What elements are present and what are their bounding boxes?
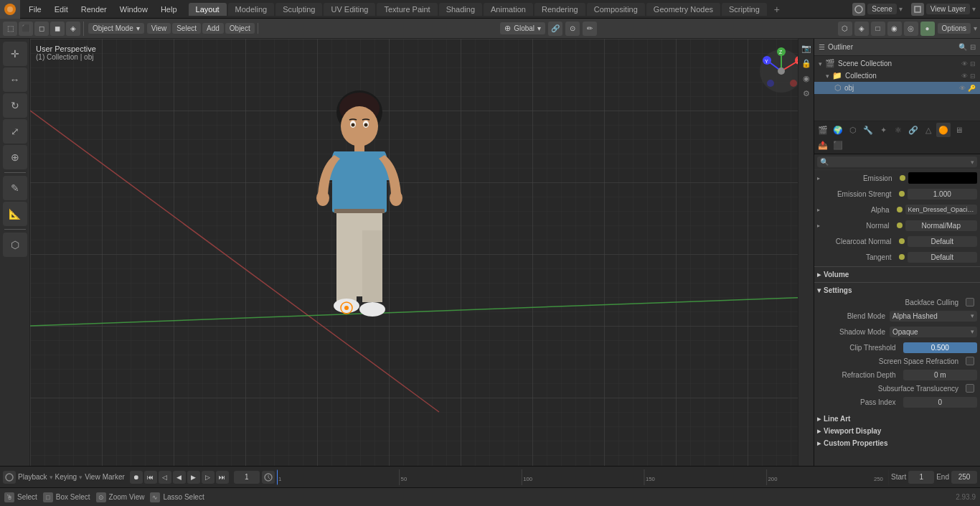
measure-tool[interactable]: 📐 xyxy=(3,202,27,226)
prop-tab-render[interactable]: 🖥 xyxy=(951,123,966,137)
select-mode5-icon[interactable]: ◈ xyxy=(66,22,80,36)
blend-mode-dropdown[interactable]: Alpha Hashed ▾ xyxy=(890,311,977,322)
line-art-section[interactable]: ▸ Line Art xyxy=(814,413,980,425)
record-button[interactable]: ⏺ xyxy=(130,471,143,484)
normal-value[interactable]: Normal/Map xyxy=(905,220,978,231)
outliner-obj[interactable]: ⬡ obj 👁 🔑 xyxy=(814,82,980,94)
timeline-ruler[interactable]: 1 50 100 150 200 250 xyxy=(277,469,889,485)
view-layer-selector[interactable]: View Layer xyxy=(926,4,970,14)
emission-strength-value[interactable]: 1.000 xyxy=(908,189,978,200)
viewport-settings-icon[interactable]: ⚙ xyxy=(800,87,813,100)
current-frame-display[interactable]: 1 xyxy=(234,471,260,484)
tab-uv-editing[interactable]: UV Editing xyxy=(324,3,375,16)
cursor-tool[interactable]: ✛ xyxy=(3,42,27,66)
end-frame-input[interactable]: 250 xyxy=(951,471,977,484)
grease-pencil-icon[interactable]: ✏ xyxy=(583,22,597,36)
alpha-value[interactable]: Ken_Dressed_Opacit... xyxy=(905,205,978,215)
tab-animation[interactable]: Animation xyxy=(484,3,533,16)
marker-menu[interactable]: Marker xyxy=(103,473,125,481)
scene-selector[interactable]: Scene xyxy=(867,4,896,14)
play-button[interactable]: ▶ xyxy=(187,471,200,484)
move-tool[interactable]: ↔ xyxy=(3,67,27,92)
viewport-display-section[interactable]: ▸ Viewport Display xyxy=(814,425,980,437)
normal-socket[interactable] xyxy=(897,222,903,228)
clip-threshold-value[interactable]: 0.500 xyxy=(903,342,978,353)
tab-modeling[interactable]: Modeling xyxy=(228,3,275,16)
alpha-socket[interactable] xyxy=(897,207,903,212)
playback-menu[interactable]: Playback xyxy=(18,473,47,481)
settings-section[interactable]: ▾ Settings xyxy=(814,284,980,296)
prop-tab-modifier[interactable]: 🔧 xyxy=(861,123,875,137)
menu-window[interactable]: Window xyxy=(114,4,154,15)
select-mode3-icon[interactable]: ◻ xyxy=(34,22,49,36)
backface-culling-checkbox[interactable] xyxy=(966,298,974,306)
snap-icon[interactable]: 🔗 xyxy=(548,22,562,36)
custom-properties-section[interactable]: ▸ Custom Properties xyxy=(814,437,980,449)
lock-camera-icon[interactable]: 🔒 xyxy=(800,57,813,70)
alpha-expand[interactable]: ▸ xyxy=(817,207,820,213)
tab-scripting[interactable]: Scripting xyxy=(722,3,767,16)
transform-tool[interactable]: ⊕ xyxy=(3,145,27,169)
time-code-icon[interactable] xyxy=(262,471,275,484)
outliner-collection[interactable]: ▾ 📁 Collection 👁 ⊟ xyxy=(814,70,980,82)
tab-compositing[interactable]: Compositing xyxy=(587,3,645,16)
select-mode4-icon[interactable]: ◼ xyxy=(50,22,65,36)
menu-file[interactable]: File xyxy=(23,4,47,15)
object-mode-select[interactable]: Object Mode ▾ xyxy=(88,23,144,34)
menu-help[interactable]: Help xyxy=(155,4,183,15)
jump-start-button[interactable]: ⏮ xyxy=(144,471,157,484)
shading-material-icon[interactable]: ◎ xyxy=(904,22,918,36)
play-reverse-button[interactable]: ◀ xyxy=(173,471,186,484)
clearcoat-value[interactable]: Default xyxy=(908,236,978,247)
prop-tab-scene[interactable]: 🎬 xyxy=(816,123,830,137)
transform-select[interactable]: ⊕ Global ▾ xyxy=(500,22,545,34)
tab-rendering[interactable]: Rendering xyxy=(534,3,585,16)
emission-strength-socket[interactable] xyxy=(899,191,905,197)
tab-texture-paint[interactable]: Texture Paint xyxy=(377,3,437,16)
search-input[interactable] xyxy=(829,158,971,166)
viewport[interactable]: User Perspective (1) Collection | obj X xyxy=(30,39,814,466)
viewport-overlay-icon[interactable]: ⬡ xyxy=(838,22,852,36)
select-mode-icon[interactable]: ⬚ xyxy=(3,22,17,36)
tangent-value[interactable]: Default xyxy=(908,252,978,263)
menu-render[interactable]: Render xyxy=(75,4,113,15)
view-menu[interactable]: View xyxy=(147,23,171,34)
outliner-filter-icon[interactable]: ⊟ xyxy=(970,43,976,51)
emission-color-swatch[interactable] xyxy=(908,172,978,184)
outliner-search-icon[interactable]: 🔍 xyxy=(958,43,967,51)
next-frame-button[interactable]: ▷ xyxy=(202,471,215,484)
keying-menu[interactable]: Keying xyxy=(55,473,77,481)
volume-section[interactable]: ▸ Volume xyxy=(814,268,980,281)
add-workspace-button[interactable]: + xyxy=(768,1,786,17)
object-menu[interactable]: Object xyxy=(225,23,255,34)
timeline-mode-icon[interactable] xyxy=(3,471,16,484)
tab-shading[interactable]: Shading xyxy=(439,3,482,16)
options-arrow[interactable]: ▾ xyxy=(974,24,977,32)
clearcoat-socket[interactable] xyxy=(899,238,905,244)
shading-solid-icon[interactable]: ◉ xyxy=(887,22,902,36)
scale-tool[interactable]: ⤢ xyxy=(3,119,27,144)
add-cube-tool[interactable]: ⬡ xyxy=(3,233,27,257)
refraction-depth-value[interactable]: 0 m xyxy=(903,370,978,380)
emission-expand[interactable]: ▸ xyxy=(817,175,820,182)
rotate-tool[interactable]: ↻ xyxy=(3,93,27,118)
prop-tab-object[interactable]: ⬡ xyxy=(846,123,860,137)
jump-end-button[interactable]: ⏭ xyxy=(216,471,229,484)
view-menu[interactable]: View xyxy=(85,473,100,481)
tab-geometry-nodes[interactable]: Geometry Nodes xyxy=(646,3,720,16)
ssr-checkbox[interactable] xyxy=(966,357,974,365)
shading-wire-icon[interactable]: □ xyxy=(871,22,885,36)
prev-frame-button[interactable]: ◁ xyxy=(159,471,171,484)
select-mode2-icon[interactable]: ⬛ xyxy=(19,22,33,36)
annotate-tool[interactable]: ✎ xyxy=(3,176,27,200)
shading-render-icon[interactable]: ● xyxy=(920,22,935,36)
prop-tab-world[interactable]: 🌍 xyxy=(831,123,845,137)
pass-index-value[interactable]: 0 xyxy=(903,397,978,408)
prop-tab-material[interactable]: 🟠 xyxy=(936,123,951,137)
prop-tab-view-layer[interactable]: ⬛ xyxy=(831,138,845,152)
shadow-mode-dropdown[interactable]: Opaque ▾ xyxy=(890,327,977,337)
emission-socket[interactable] xyxy=(900,175,905,181)
xray-icon[interactable]: ◈ xyxy=(854,22,869,36)
menu-edit[interactable]: Edit xyxy=(49,4,74,15)
proportional-icon[interactable]: ⊙ xyxy=(565,22,580,36)
